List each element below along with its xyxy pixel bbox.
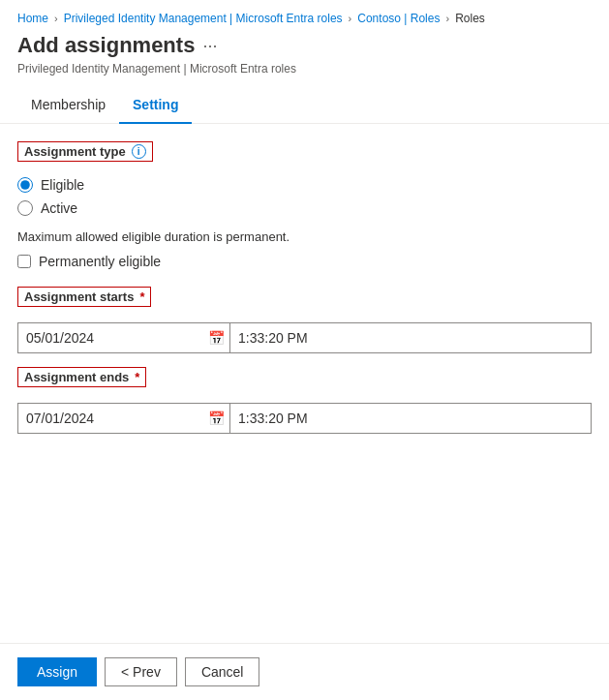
assignment-ends-date-input[interactable] <box>17 403 230 434</box>
assignment-ends-inputs: 📅 <box>17 403 592 434</box>
assignment-ends-label: Assignment ends * <box>17 367 146 387</box>
footer: Assign < Prev Cancel <box>0 643 609 700</box>
radio-eligible-input[interactable] <box>17 177 33 193</box>
assign-button[interactable]: Assign <box>17 657 97 686</box>
assignment-type-label: Assignment type i <box>17 141 153 162</box>
assignment-starts-inputs: 📅 <box>17 322 592 353</box>
radio-eligible-label: Eligible <box>41 177 84 193</box>
permanently-eligible-checkbox-label[interactable]: Permanently eligible <box>17 254 592 269</box>
breadcrumb-sep-3: › <box>445 13 449 24</box>
tab-bar: Membership Setting <box>0 87 609 124</box>
breadcrumb-sep-2: › <box>349 13 352 24</box>
assignment-starts-date-input[interactable] <box>17 322 230 353</box>
breadcrumb-pim[interactable]: Privileged Identity Management | Microso… <box>64 12 343 25</box>
more-options-icon[interactable]: ··· <box>202 36 217 56</box>
radio-active-input[interactable] <box>17 200 33 216</box>
page-subtitle: Privileged Identity Management | Microso… <box>0 62 609 87</box>
assignment-starts-label: Assignment starts * <box>17 287 151 307</box>
assignment-type-text: Assignment type <box>24 144 126 159</box>
assignment-ends-section: Assignment ends * 📅 <box>17 367 592 434</box>
breadcrumb: Home › Privileged Identity Management | … <box>0 0 609 33</box>
assignment-ends-label-row: Assignment ends * <box>17 367 592 397</box>
cancel-button[interactable]: Cancel <box>185 657 260 686</box>
tab-setting[interactable]: Setting <box>119 87 192 124</box>
page-header: Add assignments ··· <box>0 33 609 62</box>
assignment-type-radio-group: Eligible Active <box>17 177 592 216</box>
breadcrumb-sep-1: › <box>54 13 58 24</box>
tab-membership[interactable]: Membership <box>17 87 119 124</box>
breadcrumb-contoso[interactable]: Contoso | Roles <box>357 12 440 25</box>
assignment-starts-label-row: Assignment starts * <box>17 287 592 317</box>
radio-eligible[interactable]: Eligible <box>17 177 592 193</box>
assignment-ends-required: * <box>135 370 139 384</box>
content-area: Assignment type i Eligible Active Maximu… <box>0 141 609 434</box>
permanently-eligible-label: Permanently eligible <box>39 254 161 269</box>
assignment-starts-date-wrapper: 📅 <box>17 322 230 353</box>
prev-button[interactable]: < Prev <box>105 657 177 686</box>
assignment-type-info-icon[interactable]: i <box>132 144 146 159</box>
assignment-ends-time-input[interactable] <box>230 403 592 434</box>
breadcrumb-current: Roles <box>455 12 485 25</box>
assignment-ends-text: Assignment ends <box>24 370 129 384</box>
page-title: Add assignments <box>17 33 195 58</box>
radio-active[interactable]: Active <box>17 200 592 216</box>
assignment-starts-section: Assignment starts * 📅 <box>17 287 592 353</box>
eligible-duration-info: Maximum allowed eligible duration is per… <box>17 229 592 244</box>
assignment-type-label-row: Assignment type i <box>17 141 592 171</box>
radio-active-label: Active <box>41 200 77 216</box>
assignment-starts-text: Assignment starts <box>24 289 134 304</box>
permanently-eligible-checkbox[interactable] <box>17 255 31 268</box>
assignment-ends-date-wrapper: 📅 <box>17 403 230 434</box>
assignment-starts-time-input[interactable] <box>230 322 592 353</box>
breadcrumb-home[interactable]: Home <box>17 12 48 25</box>
assignment-starts-required: * <box>139 289 144 304</box>
assignment-type-section: Assignment type i Eligible Active Maximu… <box>17 141 592 269</box>
